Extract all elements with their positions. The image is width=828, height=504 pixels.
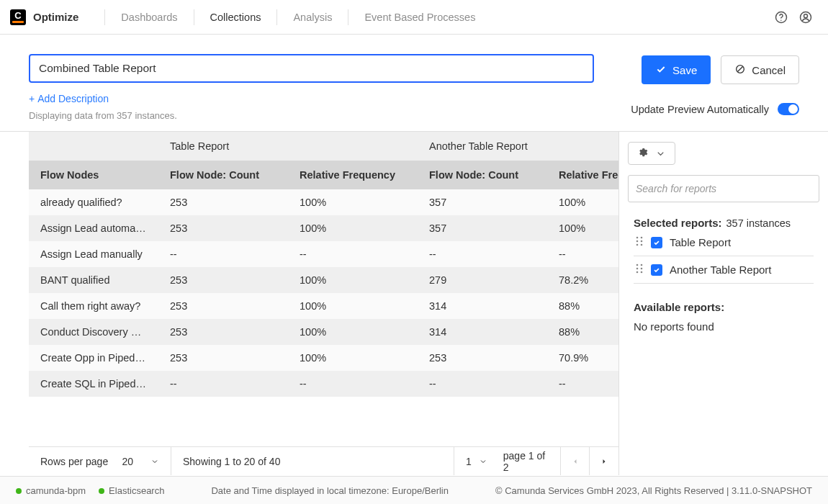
drag-handle-icon[interactable] bbox=[635, 264, 644, 276]
footer-status: camunda-bpm Elasticsearch bbox=[16, 485, 164, 496]
svg-point-2 bbox=[801, 12, 811, 22]
status-item: Elasticsearch bbox=[99, 485, 164, 496]
table-cell: -- bbox=[547, 371, 618, 397]
cancel-button[interactable]: Cancel bbox=[721, 55, 799, 84]
svg-point-1 bbox=[780, 19, 782, 20]
table-row: Assign Lead manually-------- bbox=[29, 241, 618, 267]
table-cell: 100% bbox=[288, 215, 418, 241]
pager-showing-label: Showing 1 to 20 of 40 bbox=[183, 456, 280, 467]
report-table: Table Report Another Table Report Flow N… bbox=[29, 132, 618, 397]
table-group-header bbox=[288, 132, 418, 161]
selected-reports-heading: Selected reports: 357 instances bbox=[634, 217, 814, 229]
nav-separator bbox=[276, 9, 277, 25]
table-cell: Conduct Discovery Call bbox=[29, 319, 158, 345]
save-button-label: Save bbox=[672, 64, 697, 76]
table-cell: -- bbox=[547, 241, 618, 267]
add-description-link[interactable]: + Add Description bbox=[29, 93, 609, 104]
report-checkbox[interactable] bbox=[651, 264, 662, 276]
save-button[interactable]: Save bbox=[642, 55, 711, 84]
table-col-header[interactable]: Flow Node: Count bbox=[418, 161, 547, 189]
status-dot-icon bbox=[16, 488, 22, 494]
main-area: Table Report Another Table Report Flow N… bbox=[0, 132, 828, 475]
table-row: BANT qualified253100%27978.2% bbox=[29, 267, 618, 293]
table-row: Assign Lead automat…253100%357100% bbox=[29, 215, 618, 241]
table-cell: Create SQL in Pipedri… bbox=[29, 371, 158, 397]
nav-separator bbox=[194, 9, 194, 25]
table-group-header-row: Table Report Another Table Report bbox=[29, 132, 618, 161]
page-select-value: 1 bbox=[466, 456, 472, 467]
drag-handle-icon[interactable] bbox=[635, 236, 644, 248]
table-cell: 253 bbox=[158, 293, 288, 319]
svg-point-15 bbox=[636, 271, 639, 274]
selected-report-item: Table Report bbox=[634, 229, 814, 256]
page-of-label: page 1 of 2 bbox=[503, 450, 549, 473]
table-row: Conduct Discovery Call253100%31488% bbox=[29, 319, 618, 345]
nav-link-collections[interactable]: Collections bbox=[199, 0, 273, 35]
table-cell: Create Opp in Pipedr… bbox=[29, 345, 158, 371]
report-checkbox[interactable] bbox=[651, 237, 662, 248]
nav-separator bbox=[348, 9, 348, 25]
nav-link-event-based-processes[interactable]: Event Based Processes bbox=[353, 0, 487, 35]
table-cell: 100% bbox=[547, 189, 618, 215]
chevron-down-icon bbox=[479, 457, 487, 466]
side-panel: Selected reports: 357 instances Table Re… bbox=[619, 132, 828, 475]
footer-timezone: Date and Time displayed in local timezon… bbox=[164, 485, 495, 496]
auto-update-toggle[interactable] bbox=[778, 103, 799, 115]
table-row: Create SQL in Pipedri…-------- bbox=[29, 371, 618, 397]
nav-link-dashboards[interactable]: Dashboards bbox=[109, 0, 189, 35]
table-cell: -- bbox=[288, 241, 418, 267]
table-col-header[interactable]: Flow Node: Count bbox=[158, 161, 288, 189]
rows-per-page[interactable]: Rows per page 20 bbox=[29, 447, 171, 475]
table-cell: 100% bbox=[288, 319, 418, 345]
table-row: Call them right away?253100%31488% bbox=[29, 293, 618, 319]
brand-logo: C bbox=[10, 9, 26, 25]
table-cell: 253 bbox=[158, 189, 288, 215]
table-col-header[interactable]: Relative Frequency bbox=[547, 161, 618, 189]
brand: C Optimize bbox=[10, 9, 93, 25]
brand-logo-letter: C bbox=[14, 10, 21, 21]
table-cell: -- bbox=[158, 241, 288, 267]
svg-point-5 bbox=[636, 237, 639, 239]
user-icon[interactable] bbox=[793, 5, 818, 30]
table-cell: 88% bbox=[547, 319, 618, 345]
table-cell: Assign Lead automat… bbox=[29, 215, 158, 241]
nav-link-analysis[interactable]: Analysis bbox=[282, 0, 343, 35]
gear-icon bbox=[637, 147, 648, 160]
config-menu-button[interactable] bbox=[628, 142, 675, 165]
svg-point-12 bbox=[641, 264, 643, 266]
report-title-input[interactable] bbox=[29, 54, 594, 83]
table-cell: 253 bbox=[158, 345, 288, 371]
page-prev-button[interactable] bbox=[561, 447, 590, 475]
instances-subinfo: Displaying data from 357 instances. bbox=[29, 110, 609, 121]
page-next-button[interactable] bbox=[590, 447, 618, 475]
cancel-icon bbox=[734, 63, 746, 77]
table-cell: -- bbox=[158, 371, 288, 397]
rows-per-page-value: 20 bbox=[122, 456, 133, 467]
svg-point-10 bbox=[641, 244, 643, 246]
table-group-header bbox=[547, 132, 618, 161]
svg-point-14 bbox=[641, 268, 643, 270]
table-cell: 279 bbox=[418, 267, 547, 293]
table-cell: already qualified? bbox=[29, 189, 158, 215]
table-cell: -- bbox=[418, 241, 547, 267]
svg-point-13 bbox=[636, 268, 639, 270]
table-col-header[interactable]: Relative Frequency bbox=[288, 161, 418, 189]
table-cell: 100% bbox=[288, 293, 418, 319]
table-cell: 100% bbox=[288, 345, 418, 371]
editor-header: + Add Description Displaying data from 3… bbox=[0, 35, 828, 132]
table-cell: 253 bbox=[158, 267, 288, 293]
table-cell: 100% bbox=[288, 267, 418, 293]
page-select[interactable]: 1 page 1 of 2 bbox=[454, 447, 561, 475]
selected-reports-title: Selected reports: bbox=[634, 217, 722, 229]
help-icon[interactable] bbox=[769, 5, 793, 30]
auto-update-row: Update Preview Automatically bbox=[631, 103, 799, 115]
available-reports-empty: No reports found bbox=[634, 320, 814, 333]
search-reports-input[interactable] bbox=[628, 175, 819, 202]
brand-title: Optimize bbox=[33, 11, 78, 23]
status-dot-icon bbox=[99, 488, 104, 494]
table-col-header[interactable]: Flow Nodes bbox=[29, 161, 158, 189]
table-cell: 70.9% bbox=[547, 345, 618, 371]
chevron-down-icon bbox=[150, 457, 159, 466]
add-description-label: Add Description bbox=[37, 93, 109, 104]
table-cell: 100% bbox=[288, 189, 418, 215]
